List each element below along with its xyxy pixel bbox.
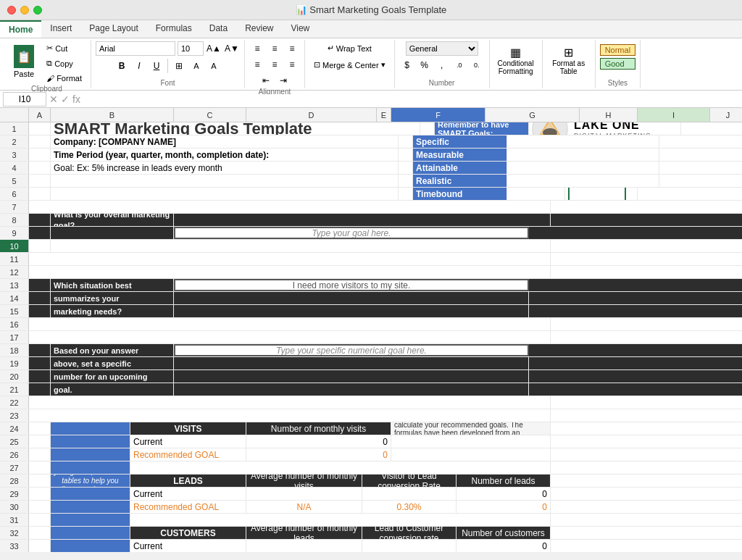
cell-q2-label-3[interactable]: marketing needs? [51,305,174,317]
cell-h6[interactable] [507,188,565,200]
cell-side-note-31[interactable] [51,514,130,526]
italic-button[interactable]: I [131,59,147,73]
row-num-20[interactable]: 20 [0,370,29,383]
cell-e4[interactable] [399,162,413,174]
cell-leads-current-col3[interactable] [362,488,457,500]
cell-q3-label-4[interactable]: goal. [51,383,174,396]
number-format-select[interactable]: General [406,41,478,56]
cell-visits-current-label[interactable]: Current [130,435,246,448]
cell-b2[interactable]: Company: [COMPANY NAME] [51,135,399,148]
cell-note-26[interactable] [391,448,551,461]
cell-a27[interactable] [29,461,51,474]
col-header-d[interactable]: D [246,108,377,122]
close-button[interactable] [7,6,16,14]
col-header-f[interactable]: F [391,108,485,122]
cell-e2[interactable] [399,135,413,148]
row-num-11[interactable]: 11 [0,253,29,265]
cell-q3-row20[interactable] [174,370,529,383]
row-num-8[interactable]: 8 [0,214,29,226]
cell-customers-col3[interactable]: Lead to Customer conversion rate [362,527,457,539]
cell-g1[interactable]: LAKE ONE DIGITAL MARKETING [529,122,681,135]
font-color-button[interactable]: A [206,59,222,73]
paste-button[interactable]: 📋 Paste [7,41,41,85]
cell-a5[interactable] [29,175,51,187]
row-num-16[interactable]: 16 [0,318,29,330]
row-num-5[interactable]: 5 [0,175,29,187]
border-button[interactable]: ⊞ [171,59,187,73]
row-num-15[interactable]: 15 [0,305,29,317]
cell-q3-label-2[interactable]: above, set a specific [51,357,174,369]
row-num-9[interactable]: 9 [0,227,29,239]
cell-a26[interactable] [29,448,51,461]
cell-a1[interactable] [29,122,51,135]
conditional-formatting-button[interactable]: ▦ Conditional Formatting [494,41,538,79]
cell-customers-current-col4[interactable]: 0 [457,540,551,552]
cell-row17[interactable] [29,331,551,343]
row-num-27[interactable]: 27 [0,461,29,474]
col-header-i[interactable]: I [638,108,710,122]
cell-f4-attainable[interactable]: Attainable [413,162,507,174]
cell-leads-current-col2[interactable] [246,488,362,500]
row-num-26[interactable]: 26 [0,448,29,461]
format-button[interactable]: 🖌 Format [42,72,86,85]
cell-side-note-30[interactable] [51,501,130,513]
cell-row16[interactable] [29,318,551,330]
merge-center-button[interactable]: ⊡ Merge & Center ▾ [309,58,390,72]
decimal-increase-button[interactable]: .0 [451,58,467,72]
cell-leads-header[interactable]: LEADS [130,475,246,487]
cell-customers-col4[interactable]: Number of customers [457,527,551,539]
cell-a10[interactable] [29,240,51,252]
increase-font-button[interactable]: A▲ [206,41,222,56]
cell-b9[interactable] [51,227,174,239]
row-num-10[interactable]: 10 [0,240,29,252]
cell-note-25[interactable] [391,435,551,448]
row-num-32[interactable]: 32 [0,527,29,539]
cell-q2-label-part[interactable]: Which situation best [51,279,174,291]
cell-leads-current-label[interactable]: Current [130,488,246,500]
cell-b5[interactable] [51,175,399,187]
cell-q1-answer[interactable]: Type your goal here. [174,227,529,239]
cell-b4[interactable]: Goal: Ex: 5% increase in leads every mon… [51,162,399,174]
cell-a32[interactable] [29,527,51,539]
cell-a8[interactable] [29,214,51,226]
cell-row31-rest[interactable] [130,514,551,526]
tab-page-layout[interactable]: Page Layout [80,20,146,38]
row-num-24[interactable]: 24 [0,422,29,435]
font-size-input[interactable] [178,41,204,56]
currency-button[interactable]: $ [399,58,415,72]
cell-q2-label-2[interactable]: summarizes your [51,292,174,304]
col-header-a[interactable]: A [29,108,51,122]
cell-b6[interactable] [51,188,399,200]
cell-side-note-25[interactable] [51,435,130,448]
cell-side-note-27[interactable] [51,461,130,474]
cell-reference-input[interactable] [3,92,46,106]
cell-f3-measurable[interactable]: Measurable [413,149,507,161]
row-num-1[interactable]: 1 [0,122,29,135]
decimal-decrease-button[interactable]: 0. [469,58,485,72]
cell-e1[interactable] [420,122,435,135]
align-center-button[interactable]: ≡ [267,57,283,72]
font-name-input[interactable] [96,41,175,56]
wrap-text-button[interactable]: ↵ Wrap Text [323,41,376,55]
row-num-29[interactable]: 29 [0,488,29,500]
cell-a19[interactable] [29,357,51,369]
minimize-button[interactable] [20,6,29,14]
cell-q3-label-1[interactable]: Based on your answer [51,344,174,356]
cell-customers-current-col3[interactable] [362,540,457,552]
cell-e6[interactable] [399,188,413,200]
cell-q2-row15[interactable] [174,305,529,317]
cell-a9[interactable] [29,227,51,239]
cell-side-note-33[interactable] [51,540,130,552]
cell-f2-specific[interactable]: Specific [413,135,507,148]
row-num-23[interactable]: 23 [0,409,29,422]
cell-row23[interactable] [29,409,551,422]
align-top-right-button[interactable]: ≡ [284,41,300,56]
cell-row11[interactable] [29,253,551,265]
cell-a6[interactable] [29,188,51,200]
cell-a20[interactable] [29,370,51,383]
cell-a4[interactable] [29,162,51,174]
row-num-3[interactable]: 3 [0,149,29,161]
cell-visits-col2-header[interactable]: Number of monthly visits [246,422,391,435]
cell-a31[interactable] [29,514,51,526]
row-num-4[interactable]: 4 [0,162,29,174]
